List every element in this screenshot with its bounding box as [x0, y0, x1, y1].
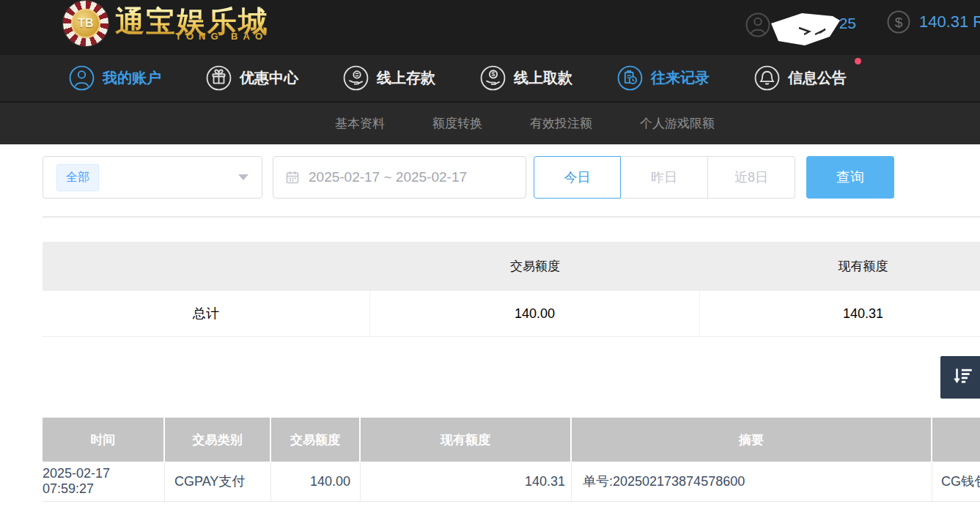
account-menu[interactable]: 25 — [745, 9, 856, 41]
subnav-item-quota-transfer[interactable]: 额度转换 — [432, 115, 482, 132]
date-range-input[interactable]: 2025-02-17 ~ 2025-02-17 — [273, 156, 526, 199]
balance-amount: 140.31 — [919, 12, 968, 32]
nav-label: 往来记录 — [651, 68, 710, 88]
summary-header-trade-amount: 交易额度 — [370, 258, 700, 275]
poker-chip-icon: TB — [63, 1, 108, 46]
quick-date-buttons: 今日 昨日 近8日 — [534, 156, 795, 199]
withdraw-hand-dollar-icon: $ — [479, 64, 506, 92]
nav-item-online-withdraw[interactable]: $ 线上取款 — [479, 64, 572, 92]
last-8-days-button[interactable]: 近8日 — [708, 156, 795, 199]
summary-current-amount: 140.31 — [700, 291, 980, 337]
col-header-current-amount: 现有额度 — [361, 418, 572, 462]
subnav-item-game-limits[interactable]: 个人游戏限额 — [640, 115, 715, 132]
sub-nav: 基本资料 额度转换 有效投注额 个人游戏限额 — [0, 101, 980, 144]
nav-item-my-account[interactable]: 我的账户 — [68, 64, 161, 92]
svg-text:$: $ — [492, 70, 495, 78]
search-button[interactable]: 查询 — [806, 156, 894, 199]
today-button[interactable]: 今日 — [534, 156, 621, 199]
col-header-remark: 备注 — [932, 418, 980, 462]
sort-descending-icon — [951, 366, 974, 389]
subnav-item-basic-info[interactable]: 基本资料 — [335, 115, 385, 132]
dollar-icon: $ — [887, 10, 910, 34]
transactions-table-header: 时间 交易类别 交易额度 现有额度 摘要 备注 — [43, 418, 980, 462]
svg-text:$: $ — [895, 15, 903, 30]
summary-table-header: 交易额度 现有额度 — [43, 242, 980, 291]
col-header-summary: 摘要 — [572, 418, 932, 462]
yesterday-button[interactable]: 昨日 — [621, 156, 708, 199]
section-divider — [43, 216, 980, 218]
col-header-type: 交易类别 — [165, 418, 271, 462]
cell-time: 2025-02-17 07:59:27 — [43, 462, 165, 501]
nav-item-promotions[interactable]: 优惠中心 — [205, 64, 298, 92]
cell-trade-amount: 140.00 — [271, 462, 361, 501]
table-row: 2025-02-17 07:59:27 CGPAY支付 140.00 140.3… — [43, 462, 980, 502]
brand-logo[interactable]: TB 通宝娱乐城 TONG BAO — [63, 1, 269, 46]
cell-remark: CG钱包 — [932, 462, 980, 501]
transaction-records-page: TB 通宝娱乐城 TONG BAO 25 — [0, 0, 980, 518]
notification-dot — [855, 58, 861, 64]
content-area: 全部 2025-02-17 ~ 2025-02-17 今日 昨日 近8日 查询 … — [0, 144, 980, 518]
summary-trade-amount: 140.00 — [370, 291, 700, 337]
calendar-icon — [285, 170, 300, 185]
user-circle-icon — [68, 64, 95, 92]
selected-type-tag: 全部 — [56, 164, 99, 191]
chevron-down-icon — [238, 174, 248, 180]
transactions-table: 时间 交易类别 交易额度 现有额度 摘要 备注 2025-02-17 07:59… — [43, 418, 980, 502]
balance-currency-partial: R — [973, 12, 980, 32]
nav-label: 我的账户 — [103, 68, 161, 88]
nav-item-announcements[interactable]: 信息公告 — [754, 64, 847, 92]
col-header-trade-amount: 交易额度 — [271, 418, 361, 462]
nav-label: 优惠中心 — [240, 68, 298, 88]
brand-name-en: TONG BAO — [115, 31, 269, 42]
summary-header-current-amount: 现有额度 — [700, 258, 980, 275]
user-avatar-icon — [745, 12, 771, 38]
summary-table: 交易额度 现有额度 总计 140.00 140.31 — [43, 242, 980, 337]
sort-button[interactable] — [940, 356, 980, 399]
balance-display[interactable]: $ 140.31 R — [887, 10, 980, 34]
cell-current-amount: 140.31 — [361, 462, 572, 501]
nav-label: 信息公告 — [788, 68, 847, 88]
gift-icon — [205, 64, 232, 92]
col-header-time: 时间 — [43, 418, 165, 462]
nav-item-transaction-records[interactable]: 往来记录 — [616, 64, 710, 92]
deposit-hand-coin-icon — [342, 64, 369, 92]
chip-monogram: TB — [71, 9, 100, 38]
nav-item-online-deposit[interactable]: 线上存款 — [342, 64, 435, 92]
nav-label: 线上取款 — [514, 68, 572, 88]
cell-summary: 单号:202502173874578600 — [572, 462, 932, 501]
top-header: TB 通宝娱乐城 TONG BAO 25 — [0, 0, 980, 55]
type-select[interactable]: 全部 — [43, 156, 262, 199]
main-nav: 我的账户 优惠中心 线上存款 — [0, 55, 980, 101]
clipboard-clock-icon — [616, 64, 644, 92]
subnav-item-valid-bets[interactable]: 有效投注额 — [530, 115, 592, 132]
summary-total-row: 总计 140.00 140.31 — [43, 291, 980, 337]
cell-type: CGPAY支付 — [165, 462, 271, 501]
redaction-scribble — [770, 12, 846, 47]
summary-total-label: 总计 — [43, 291, 370, 337]
nav-label: 线上存款 — [377, 68, 435, 88]
date-range-value: 2025-02-17 ~ 2025-02-17 — [309, 169, 467, 185]
bell-icon — [754, 64, 781, 92]
